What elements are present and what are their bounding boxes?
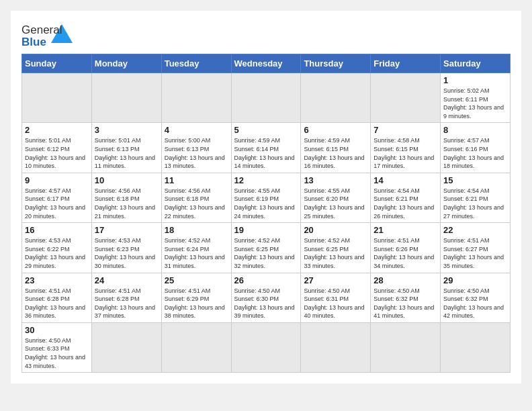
day-cell	[231, 73, 301, 123]
day-info: Sunrise: 4:50 AM Sunset: 6:30 PM Dayligh…	[234, 287, 298, 320]
col-header-wednesday: Wednesday	[231, 54, 301, 73]
day-info: Sunrise: 4:51 AM Sunset: 6:28 PM Dayligh…	[95, 287, 159, 320]
page: GeneralBlue SundayMondayTuesdayWednesday…	[11, 11, 521, 383]
day-cell: 20Sunrise: 4:52 AM Sunset: 6:25 PM Dayli…	[301, 223, 371, 273]
day-cell: 4Sunrise: 5:00 AM Sunset: 6:13 PM Daylig…	[161, 123, 231, 173]
day-info: Sunrise: 5:02 AM Sunset: 6:11 PM Dayligh…	[443, 87, 507, 120]
day-info: Sunrise: 4:51 AM Sunset: 6:27 PM Dayligh…	[443, 236, 507, 270]
week-row-0: 1Sunrise: 5:02 AM Sunset: 6:11 PM Daylig…	[22, 73, 511, 123]
header-row: SundayMondayTuesdayWednesdayThursdayFrid…	[22, 54, 511, 73]
col-header-monday: Monday	[91, 54, 161, 73]
day-info: Sunrise: 4:59 AM Sunset: 6:14 PM Dayligh…	[234, 136, 298, 170]
day-cell	[22, 73, 92, 123]
day-cell: 2Sunrise: 5:01 AM Sunset: 6:12 PM Daylig…	[22, 123, 92, 173]
day-cell	[91, 73, 161, 123]
day-number: 1	[443, 75, 507, 85]
day-cell	[371, 322, 441, 372]
day-number: 22	[443, 225, 507, 235]
day-info: Sunrise: 5:00 AM Sunset: 6:13 PM Dayligh…	[165, 136, 228, 170]
col-header-saturday: Saturday	[441, 54, 511, 73]
day-info: Sunrise: 4:57 AM Sunset: 6:17 PM Dayligh…	[25, 187, 89, 220]
day-number: 5	[234, 125, 298, 135]
day-number: 3	[95, 125, 159, 135]
day-number: 16	[25, 225, 89, 235]
day-number: 12	[234, 175, 298, 185]
day-cell: 12Sunrise: 4:55 AM Sunset: 6:19 PM Dayli…	[231, 173, 301, 222]
day-cell: 10Sunrise: 4:56 AM Sunset: 6:18 PM Dayli…	[91, 173, 161, 222]
day-cell: 7Sunrise: 4:58 AM Sunset: 6:15 PM Daylig…	[371, 123, 441, 173]
week-row-2: 9Sunrise: 4:57 AM Sunset: 6:17 PM Daylig…	[22, 173, 511, 222]
day-info: Sunrise: 4:51 AM Sunset: 6:26 PM Dayligh…	[373, 236, 437, 270]
day-cell	[161, 73, 231, 123]
day-info: Sunrise: 5:01 AM Sunset: 6:12 PM Dayligh…	[25, 136, 89, 170]
day-number: 20	[304, 225, 367, 235]
day-info: Sunrise: 4:54 AM Sunset: 6:21 PM Dayligh…	[443, 187, 507, 220]
day-cell: 8Sunrise: 4:57 AM Sunset: 6:16 PM Daylig…	[441, 123, 511, 173]
day-info: Sunrise: 4:51 AM Sunset: 6:29 PM Dayligh…	[165, 287, 228, 320]
day-cell	[441, 322, 511, 372]
day-cell: 29Sunrise: 4:50 AM Sunset: 6:32 PM Dayli…	[441, 273, 511, 322]
day-number: 24	[95, 275, 159, 285]
day-cell: 17Sunrise: 4:53 AM Sunset: 6:23 PM Dayli…	[91, 223, 161, 273]
day-cell	[371, 73, 441, 123]
day-number: 23	[25, 275, 89, 285]
day-cell: 6Sunrise: 4:59 AM Sunset: 6:15 PM Daylig…	[301, 123, 371, 173]
day-info: Sunrise: 4:59 AM Sunset: 6:15 PM Dayligh…	[304, 136, 367, 170]
day-info: Sunrise: 4:56 AM Sunset: 6:18 PM Dayligh…	[95, 187, 159, 220]
col-header-sunday: Sunday	[22, 54, 92, 73]
day-cell: 24Sunrise: 4:51 AM Sunset: 6:28 PM Dayli…	[91, 273, 161, 322]
day-cell: 5Sunrise: 4:59 AM Sunset: 6:14 PM Daylig…	[231, 123, 301, 173]
day-info: Sunrise: 4:53 AM Sunset: 6:22 PM Dayligh…	[25, 236, 89, 270]
day-cell: 13Sunrise: 4:55 AM Sunset: 6:20 PM Dayli…	[301, 173, 371, 222]
day-info: Sunrise: 4:52 AM Sunset: 6:25 PM Dayligh…	[304, 236, 367, 270]
day-cell: 27Sunrise: 4:50 AM Sunset: 6:31 PM Dayli…	[301, 273, 371, 322]
day-info: Sunrise: 4:55 AM Sunset: 6:20 PM Dayligh…	[304, 187, 367, 220]
day-info: Sunrise: 4:50 AM Sunset: 6:31 PM Dayligh…	[304, 287, 367, 320]
day-number: 10	[95, 175, 159, 185]
day-cell: 30Sunrise: 4:50 AM Sunset: 6:33 PM Dayli…	[22, 322, 92, 372]
day-info: Sunrise: 4:50 AM Sunset: 6:32 PM Dayligh…	[373, 287, 437, 320]
day-number: 7	[373, 125, 437, 135]
day-number: 14	[373, 175, 437, 185]
day-number: 19	[234, 225, 298, 235]
svg-text:General: General	[21, 24, 62, 36]
day-cell	[161, 322, 231, 372]
day-info: Sunrise: 4:52 AM Sunset: 6:24 PM Dayligh…	[165, 236, 228, 270]
day-info: Sunrise: 4:58 AM Sunset: 6:15 PM Dayligh…	[373, 136, 437, 170]
day-info: Sunrise: 5:01 AM Sunset: 6:13 PM Dayligh…	[95, 136, 159, 170]
day-cell: 11Sunrise: 4:56 AM Sunset: 6:18 PM Dayli…	[161, 173, 231, 222]
day-cell: 16Sunrise: 4:53 AM Sunset: 6:22 PM Dayli…	[22, 223, 92, 273]
day-info: Sunrise: 4:56 AM Sunset: 6:18 PM Dayligh…	[165, 187, 228, 220]
day-number: 8	[443, 125, 507, 135]
day-info: Sunrise: 4:54 AM Sunset: 6:21 PM Dayligh…	[373, 187, 437, 220]
week-row-3: 16Sunrise: 4:53 AM Sunset: 6:22 PM Dayli…	[22, 223, 511, 273]
day-info: Sunrise: 4:55 AM Sunset: 6:19 PM Dayligh…	[234, 187, 298, 220]
day-info: Sunrise: 4:50 AM Sunset: 6:32 PM Dayligh…	[443, 287, 507, 320]
calendar-table: SundayMondayTuesdayWednesdayThursdayFrid…	[21, 54, 511, 373]
day-cell: 18Sunrise: 4:52 AM Sunset: 6:24 PM Dayli…	[161, 223, 231, 273]
day-number: 6	[304, 125, 367, 135]
week-row-4: 23Sunrise: 4:51 AM Sunset: 6:28 PM Dayli…	[22, 273, 511, 322]
day-info: Sunrise: 4:51 AM Sunset: 6:28 PM Dayligh…	[25, 287, 89, 320]
day-cell: 14Sunrise: 4:54 AM Sunset: 6:21 PM Dayli…	[371, 173, 441, 222]
day-info: Sunrise: 4:52 AM Sunset: 6:25 PM Dayligh…	[234, 236, 298, 270]
col-header-friday: Friday	[371, 54, 441, 73]
day-number: 2	[25, 125, 89, 135]
day-number: 9	[25, 175, 89, 185]
week-row-5: 30Sunrise: 4:50 AM Sunset: 6:33 PM Dayli…	[22, 322, 511, 372]
day-cell: 1Sunrise: 5:02 AM Sunset: 6:11 PM Daylig…	[441, 73, 511, 123]
logo: GeneralBlue	[21, 21, 75, 51]
day-number: 25	[165, 275, 228, 285]
day-number: 27	[304, 275, 367, 285]
day-number: 17	[95, 225, 159, 235]
day-number: 28	[373, 275, 437, 285]
day-number: 13	[304, 175, 367, 185]
day-cell: 19Sunrise: 4:52 AM Sunset: 6:25 PM Dayli…	[231, 223, 301, 273]
day-cell	[301, 322, 371, 372]
day-cell: 22Sunrise: 4:51 AM Sunset: 6:27 PM Dayli…	[441, 223, 511, 273]
day-info: Sunrise: 4:50 AM Sunset: 6:33 PM Dayligh…	[25, 336, 89, 370]
col-header-tuesday: Tuesday	[161, 54, 231, 73]
day-cell: 23Sunrise: 4:51 AM Sunset: 6:28 PM Dayli…	[22, 273, 92, 322]
day-info: Sunrise: 4:57 AM Sunset: 6:16 PM Dayligh…	[443, 136, 507, 170]
svg-text:Blue: Blue	[21, 36, 46, 48]
